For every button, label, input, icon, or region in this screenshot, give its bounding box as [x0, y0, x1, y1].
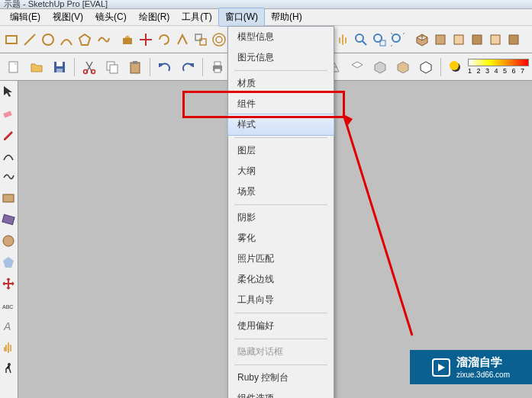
dropdown-layers[interactable]: 图层	[228, 140, 334, 161]
zoom-extents-tool[interactable]	[389, 29, 406, 50]
dropdown-instructor[interactable]: 工具向导	[228, 290, 334, 310]
svg-rect-25	[509, 35, 518, 44]
pan-tool[interactable]	[334, 29, 351, 50]
freehand-tool[interactable]	[2, 170, 17, 185]
rotate-tool[interactable]	[156, 29, 172, 50]
save-icon[interactable]	[49, 56, 70, 78]
select-tool[interactable]	[2, 85, 17, 100]
dropdown-soften[interactable]: 柔化边线	[228, 269, 334, 290]
left-toolbar: ABC A	[0, 81, 18, 398]
scale-tool[interactable]	[192, 29, 209, 50]
divider	[150, 58, 150, 76]
polygon-tool[interactable]	[2, 255, 17, 271]
dropdown-styles[interactable]: 样式	[227, 114, 334, 136]
walk-tool[interactable]	[2, 362, 17, 377]
svg-marker-56	[438, 364, 445, 371]
dropdown-ruby-console[interactable]: Ruby 控制台	[228, 368, 334, 388]
text-tool[interactable]: ABC	[2, 298, 17, 313]
menu-window[interactable]: 窗口(W)	[218, 8, 265, 27]
svg-point-45	[450, 61, 459, 70]
menu-edit[interactable]: 编辑(E)	[4, 8, 47, 26]
menu-camera[interactable]: 镜头(C)	[89, 8, 133, 26]
svg-rect-35	[110, 65, 118, 73]
svg-rect-31	[56, 69, 63, 72]
freehand-tool[interactable]	[95, 29, 111, 50]
move-tool[interactable]	[2, 277, 17, 292]
pan-tool[interactable]	[2, 341, 17, 356]
dropdown-materials[interactable]: 材质	[228, 73, 334, 94]
copy-icon[interactable]	[102, 56, 123, 78]
separator	[234, 313, 327, 313]
menu-tools[interactable]: 工具(T)	[176, 8, 218, 26]
dropdown-preferences[interactable]: 使用偏好	[228, 316, 334, 336]
rectangle-tool[interactable]	[2, 191, 17, 207]
svg-rect-5	[195, 34, 202, 40]
arc-tool[interactable]	[2, 149, 17, 164]
cut-icon[interactable]	[79, 56, 100, 78]
dropdown-match-photo[interactable]: 照片匹配	[228, 249, 334, 269]
line-tool[interactable]	[21, 29, 38, 50]
followme-tool[interactable]	[174, 29, 191, 50]
circle-tool[interactable]	[40, 29, 56, 50]
watermark: 溜溜自学 zixue.3d66.com	[410, 350, 532, 384]
dropdown-scenes[interactable]: 场景	[228, 181, 334, 202]
redo-icon[interactable]	[177, 56, 198, 78]
svg-rect-39	[214, 62, 221, 66]
svg-point-33	[92, 69, 95, 73]
svg-rect-40	[214, 69, 221, 72]
svg-text:A: A	[3, 320, 11, 332]
dropdown-components[interactable]: 组件	[228, 94, 334, 114]
dropdown-fog[interactable]: 雾化	[228, 228, 334, 249]
watermark-title: 溜溜自学	[456, 355, 510, 370]
svg-point-32	[84, 69, 88, 73]
style-hidden-icon[interactable]	[347, 56, 368, 78]
pushpull-tool[interactable]	[119, 29, 136, 50]
svg-rect-36	[131, 63, 140, 73]
rotated-rect-tool[interactable]	[2, 213, 17, 228]
svg-rect-22	[454, 35, 463, 44]
offset-tool[interactable]	[211, 29, 227, 50]
3dtext-tool[interactable]: A	[2, 319, 17, 335]
undo-icon[interactable]	[154, 56, 176, 78]
svg-point-20	[392, 34, 400, 42]
ruler-numbers: 1 2 3 4 5 6 7	[468, 67, 529, 75]
front-view[interactable]	[450, 29, 467, 50]
move-tool[interactable]	[137, 29, 154, 50]
iso-view[interactable]	[414, 29, 430, 50]
pencil-tool[interactable]	[2, 127, 17, 143]
right-view[interactable]	[469, 29, 485, 50]
back-view[interactable]	[487, 29, 504, 50]
zoom-window-tool[interactable]	[371, 29, 388, 50]
open-file-icon[interactable]	[26, 56, 47, 78]
rectangle-tool[interactable]	[3, 29, 20, 50]
paste-icon[interactable]	[124, 56, 146, 78]
dropdown-entity-info[interactable]: 图元信息	[228, 47, 334, 68]
shadow-time-slider[interactable]	[468, 59, 529, 66]
dropdown-shadows[interactable]: 阴影	[228, 207, 334, 228]
circle-tool[interactable]	[2, 234, 17, 249]
svg-rect-28	[9, 62, 18, 72]
style-textured-icon[interactable]	[392, 56, 414, 78]
svg-rect-48	[2, 214, 14, 224]
new-file-icon[interactable]	[3, 56, 24, 78]
separator	[234, 70, 327, 71]
polygon-tool[interactable]	[76, 29, 93, 50]
svg-marker-3	[79, 34, 90, 45]
svg-point-53	[8, 363, 11, 366]
menu-help[interactable]: 帮助(H)	[265, 8, 308, 26]
eraser-tool[interactable]	[2, 106, 17, 121]
print-icon[interactable]	[207, 56, 228, 78]
top-view[interactable]	[432, 29, 449, 50]
style-mono-icon[interactable]	[415, 56, 437, 78]
dropdown-component-options[interactable]: 组件选项	[228, 388, 334, 398]
play-icon	[432, 358, 450, 377]
zoom-tool[interactable]	[353, 29, 369, 50]
menu-view[interactable]: 视图(V)	[47, 8, 89, 26]
arc-tool[interactable]	[58, 29, 75, 50]
left-view[interactable]	[505, 29, 522, 50]
menu-draw[interactable]: 绘图(R)	[133, 8, 176, 26]
dropdown-model-info[interactable]: 模型信息	[228, 27, 334, 47]
dropdown-outliner[interactable]: 大纲	[228, 161, 334, 181]
style-shaded-icon[interactable]	[369, 56, 391, 78]
shadow-toggle-icon[interactable]	[445, 56, 466, 78]
